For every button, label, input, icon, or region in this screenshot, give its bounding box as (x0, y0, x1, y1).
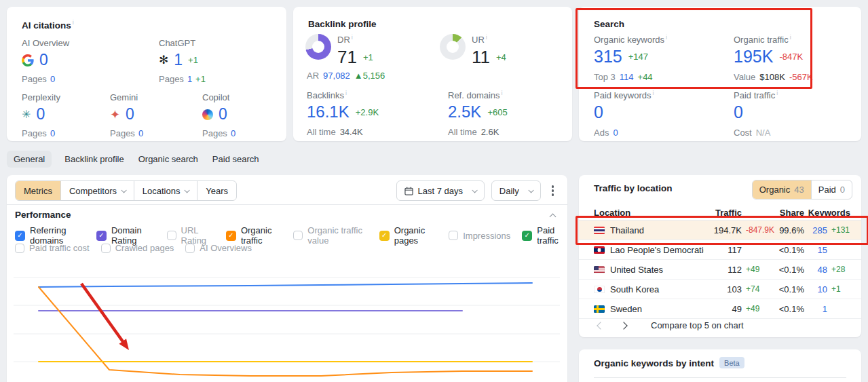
tab-backlink-profile[interactable]: Backlink profile (63, 151, 125, 168)
metrics-filter-button[interactable]: Metrics (16, 181, 60, 200)
checkbox-organic-pages[interactable]: ✓Organic pages (379, 225, 438, 246)
info-icon[interactable]: i (502, 90, 503, 96)
series-organic-traffic (39, 287, 532, 376)
ai-overview-value[interactable]: 0 (39, 52, 48, 68)
south-korea-flag-icon (594, 286, 605, 293)
paid-keywords-value[interactable]: 0 (594, 104, 603, 121)
traffic-by-location-title: Traffic by location (594, 183, 673, 193)
ai-item-perplexity: Perplexity ✳ 0 Pages0 (22, 92, 117, 138)
ads-value[interactable]: 0 (613, 128, 618, 138)
performance-line-chart[interactable] (14, 263, 560, 382)
ai-overview-pages[interactable]: 0 (50, 74, 55, 84)
info-icon[interactable]: i (666, 34, 667, 41)
table-row-laos[interactable]: Lao People's Democratic Rep 117 <0.1% 15 (579, 240, 861, 260)
info-icon[interactable]: i (790, 34, 791, 41)
copilot-icon (202, 109, 213, 120)
ahrefs-rank-value[interactable]: 97,082 (323, 71, 350, 81)
perplexity-value[interactable]: 0 (36, 107, 45, 122)
checkbox-paid-traffic[interactable]: ✓Paid traffic (522, 225, 567, 246)
keywords-link[interactable]: 10 (804, 284, 827, 294)
perplexity-icon: ✳ (22, 109, 31, 120)
tab-paid-search[interactable]: Paid search (211, 151, 261, 168)
backlink-profile-card: Backlink profile DRi 71+1 AR 97,082 ▲5,1… (293, 7, 572, 141)
divider (7, 204, 567, 205)
filter-segmented-control: Metrics Competitors Locations Years (15, 180, 237, 201)
ahrefs-rank-row: AR 97,082 ▲5,156 (307, 71, 385, 81)
paid-traffic-block: Paid traffici 0 CostN/A (734, 90, 778, 138)
chevron-down-icon (472, 187, 478, 193)
keywords-link[interactable]: 1 (804, 304, 827, 314)
date-range-button[interactable]: Last 7 days (396, 180, 485, 201)
checkbox-paid-traffic-cost[interactable]: Paid traffic cost (15, 243, 90, 253)
ai-item-chatgpt: ChatGPT ✻ 1 +1 Pages1+1 (159, 38, 254, 84)
keywords-link[interactable]: 48 (804, 265, 827, 275)
info-icon[interactable]: i (73, 19, 74, 26)
backlinks-value[interactable]: 16.1K (307, 104, 350, 120)
chevron-left-icon (597, 322, 604, 329)
chatgpt-pages[interactable]: 1 (187, 74, 192, 84)
copilot-value[interactable]: 0 (219, 107, 227, 122)
tab-organic-search[interactable]: Organic search (137, 151, 200, 168)
compare-top5-button[interactable]: Compare top 5 on chart (651, 320, 744, 330)
location-table-header: Location Traffic Share Keywords (579, 204, 861, 221)
dr-donut-chart (305, 34, 331, 60)
keywords-link[interactable]: 15 (804, 245, 827, 255)
metric-checkbox-row-2: Paid traffic cost Crawled pages AI Overv… (15, 243, 252, 253)
performance-card: Metrics Competitors Locations Years Last… (7, 175, 567, 382)
perplexity-pages[interactable]: 0 (50, 128, 55, 138)
divider (594, 377, 846, 378)
gemini-pages[interactable]: 0 (138, 128, 143, 138)
info-icon[interactable]: i (486, 34, 487, 41)
us-flag-icon (594, 266, 605, 273)
locations-filter-button[interactable]: Locations (134, 181, 197, 200)
checkbox-ai-overviews[interactable]: AI Overviews (185, 243, 252, 253)
ai-item-gemini: Gemini ✦ 0 Pages0 (110, 92, 205, 138)
table-row-thailand[interactable]: Thailand 194.7K -847.9K 99.6% 285 +131 (579, 221, 861, 240)
ai-item-copilot: Copilot 0 Pages0 (202, 92, 297, 138)
collapse-section-icon[interactable] (550, 214, 556, 221)
organic-traffic-value[interactable]: 195K (734, 48, 773, 65)
date-controls: Last 7 days Daily (396, 180, 558, 201)
table-row-sweden[interactable]: Sweden 49 +49 <0.1% 1 (579, 299, 861, 319)
paid-traffic-value[interactable]: 0 (734, 104, 743, 121)
next-page-button[interactable] (617, 319, 630, 332)
organic-keywords-block: Organic keywordsi 315+147 Top 3114+44 (594, 34, 667, 82)
info-icon[interactable]: i (352, 34, 353, 41)
gemini-icon: ✦ (110, 109, 120, 121)
chevron-down-icon (121, 187, 126, 193)
top3-value[interactable]: 114 (620, 72, 634, 82)
info-icon[interactable]: i (345, 90, 347, 96)
performance-section-title: Performance (15, 210, 71, 220)
more-options-button[interactable] (548, 183, 559, 199)
tab-general[interactable]: General (7, 151, 52, 168)
url-rating-block: URi 11+4 (440, 34, 506, 66)
table-row-united-states[interactable]: United States 112 +49 <0.1% 48 +28 (579, 260, 861, 280)
prev-page-button[interactable] (594, 319, 607, 332)
info-icon[interactable]: i (776, 90, 778, 96)
copilot-pages[interactable]: 0 (231, 128, 235, 138)
organic-keywords-value[interactable]: 315 (594, 48, 622, 65)
paid-keywords-block: Paid keywordsi 0 Ads0 (594, 90, 654, 138)
backlink-profile-title: Backlink profile (308, 19, 377, 29)
ur-value: 11 (472, 48, 490, 66)
keywords-link[interactable]: 285 (804, 225, 827, 235)
checkbox-organic-traffic-value[interactable]: Organic traffic value (293, 225, 367, 246)
toggle-paid[interactable]: Paid0 (811, 180, 852, 199)
years-filter-button[interactable]: Years (197, 181, 236, 200)
chevron-down-icon (528, 187, 533, 193)
checkbox-crawled-pages[interactable]: Crawled pages (101, 243, 174, 253)
google-icon (22, 54, 34, 66)
organic-traffic-block: Organic traffici 195K-847K Value$108K-56… (734, 34, 813, 82)
toggle-organic[interactable]: Organic43 (753, 180, 811, 199)
ref-domains-value[interactable]: 2.5K (448, 104, 481, 120)
chatgpt-value[interactable]: 1 (174, 52, 183, 68)
gemini-value[interactable]: 0 (126, 107, 134, 122)
info-icon[interactable]: i (653, 90, 654, 96)
table-row-south-korea[interactable]: South Korea 103 +74 <0.1% 10 +1 (579, 280, 861, 299)
laos-flag-icon (594, 246, 605, 254)
granularity-button[interactable]: Daily (491, 180, 541, 201)
competitors-filter-button[interactable]: Competitors (60, 181, 134, 200)
annotation-arrow (81, 284, 125, 344)
checkbox-impressions[interactable]: Impressions (449, 231, 510, 241)
organic-paid-toggle: Organic43 Paid0 (752, 180, 852, 199)
